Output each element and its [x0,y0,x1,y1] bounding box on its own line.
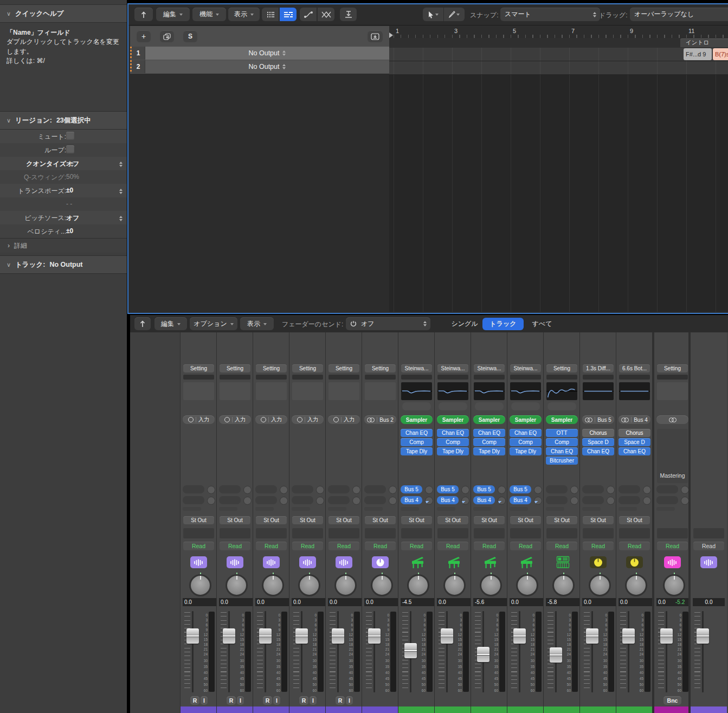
audio-fx-slot-comp[interactable]: Comp [546,438,578,446]
add-track-button[interactable]: + [137,30,151,42]
send-slot[interactable] [255,485,288,494]
mute-checkbox[interactable] [66,132,74,140]
volume-fader-handle[interactable] [622,628,635,644]
filter-single-tab[interactable]: シングル [449,318,480,330]
track-icon-waveform[interactable] [700,556,717,568]
track-name[interactable]: No Output [145,60,389,73]
output-slot-button[interactable]: St Out [474,516,505,524]
volume-fader-handle[interactable] [477,647,489,662]
send-slot[interactable]: Bus 5 [401,485,433,494]
channel-setting-button[interactable]: 6.6s Bot... [619,364,650,372]
crossfade-button[interactable] [317,8,334,21]
track-icon-waveform[interactable] [299,556,316,568]
input-slot-button[interactable]: 入力 [183,415,215,424]
quantize-value[interactable]: オフ [66,159,80,169]
send-slot[interactable]: Bus 5 [473,485,506,494]
volume-fader-handle[interactable] [550,647,562,663]
eq-thumbnail[interactable] [365,382,396,400]
channel-setting-button[interactable]: Setting [657,364,688,372]
region-section-header[interactable]: ∨ リージョン: 23個選択中 [0,111,127,130]
send-level-knob[interactable] [498,497,506,505]
volume-fader-handle[interactable] [697,628,709,644]
send-empty-slot[interactable] [656,496,678,504]
audio-fx-slot-tape-dly[interactable]: Tape Dly [473,447,505,455]
volume-fader-handle[interactable] [259,628,272,644]
send-empty-slot[interactable] [619,485,640,493]
channel-setting-button[interactable]: Setting [220,364,250,372]
input-slot-button[interactable]: Bus 4 [619,415,650,424]
track-icon-piano[interactable] [446,556,462,568]
send-level-knob[interactable] [534,497,542,505]
audio-fx-slot-tape-dly[interactable]: Tape Dly [437,447,469,455]
audio-fx-slot-chan-eq[interactable]: Chan EQ [401,429,433,437]
track-header-row[interactable]: 1No Output [130,47,389,60]
audio-fx-slot-tape-dly[interactable]: Tape Dly [510,447,542,455]
chord-region[interactable]: B(7)sus4 [713,48,728,60]
duplicate-track-button[interactable] [160,30,174,42]
send-slot[interactable]: Bus 4 [473,496,506,505]
edit-menu[interactable]: 編集 [156,8,190,21]
automation-mode-button[interactable]: Read [401,542,432,550]
send-slot[interactable] [219,496,252,505]
eq-thumbnail[interactable] [546,382,577,400]
record-enable-button[interactable]: R [299,696,308,705]
pan-knob[interactable] [371,574,393,596]
pan-knob[interactable] [298,574,320,596]
marker-イントロ[interactable]: イントロ [680,38,728,47]
send-bus-button[interactable]: Bus 4 [437,496,459,504]
send-empty-slot[interactable] [546,496,568,504]
send-empty-slot[interactable] [656,485,678,493]
output-slot-button[interactable]: St Out [328,516,359,524]
send-slot[interactable]: Bus 5 [437,485,469,494]
send-slot[interactable] [546,485,578,494]
fine-tune-value[interactable]: - - [66,200,72,208]
audio-fx-slot-tape-dly[interactable]: Tape Dly [401,447,433,455]
group-slot[interactable] [328,528,359,538]
audio-fx-slot-chan-eq[interactable]: Chan EQ [546,447,578,455]
send-slot[interactable] [328,485,360,494]
pitch-source-stepper[interactable] [119,214,123,223]
output-slot-button[interactable]: St Out [365,516,396,524]
eq-thumbnail[interactable] [510,382,541,400]
send-level-knob[interactable] [461,497,469,505]
output-slot-button[interactable]: St Out [546,516,577,524]
audio-fx-slot-comp[interactable]: Comp [510,438,542,446]
send-empty-slot[interactable] [219,485,241,493]
auto-zoom-button[interactable] [368,30,383,42]
pan-knob[interactable] [625,574,647,596]
solo-lock-button[interactable]: S [183,30,197,42]
send-level-knob[interactable] [352,486,360,494]
track-icon-synth[interactable] [555,556,571,568]
send-empty-slot[interactable] [183,496,204,504]
send-slot[interactable] [292,496,324,505]
send-level-knob[interactable] [570,486,578,494]
volume-db-value[interactable]: -4.5 [401,598,418,606]
velocity-value[interactable]: ±0 [66,227,73,235]
channel-setting-button[interactable]: Steinwa... [401,364,432,372]
group-slot[interactable] [510,528,541,538]
input-slot-button[interactable]: Bus 5 [582,415,614,424]
eq-thumbnail[interactable] [256,382,287,400]
link-button[interactable] [134,8,153,21]
channel-setting-button[interactable]: Steinwa... [510,364,541,372]
pan-knob[interactable] [663,574,685,596]
track-icon-knob-yellow[interactable] [590,556,607,568]
eq-thumbnail[interactable] [292,382,323,400]
link-button[interactable] [134,317,151,330]
track-icon-waveform[interactable] [190,556,207,568]
send-empty-slot[interactable] [328,496,350,504]
eq-thumbnail[interactable] [619,382,650,400]
transpose-value[interactable]: ±0 [66,187,73,194]
track-icon-knob-yellow[interactable] [626,556,643,568]
pan-knob[interactable] [334,574,357,596]
audio-fx-slot-chan-eq[interactable]: Chan EQ [619,447,650,455]
output-slot-button[interactable]: St Out [401,516,432,524]
input-monitor-button[interactable]: I [201,696,208,705]
send-empty-slot[interactable] [328,485,350,493]
input-slot-button[interactable]: Bus 2 [364,415,396,424]
list-view-button[interactable] [279,8,297,21]
send-slot[interactable] [546,496,578,505]
send-empty-slot[interactable] [219,496,241,504]
view-menu[interactable]: 表示 [240,317,274,330]
send-empty-slot[interactable] [255,485,277,493]
